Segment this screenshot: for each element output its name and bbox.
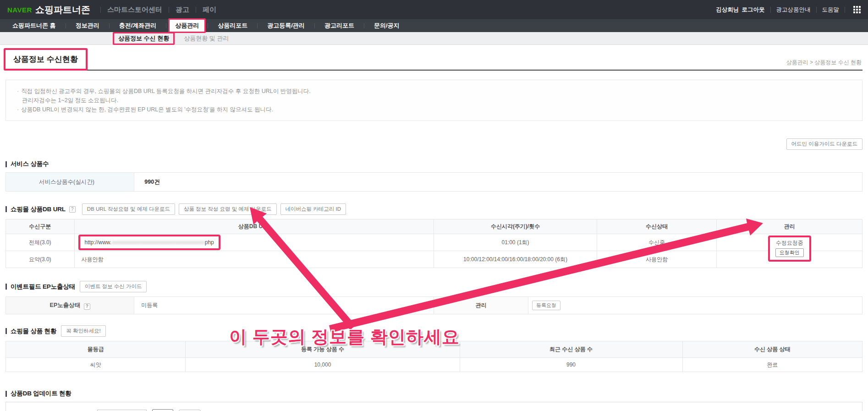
cell-db-url: http://www.xxxxxxxxxxxxxxxxxxxxxxxxxxxxx… <box>74 234 434 251</box>
today-button[interactable]: 오늘 <box>152 409 173 411</box>
section-head: 쇼핑몰 상품 현황 꼭 확인하세요! <box>5 325 863 337</box>
service-brand-name[interactable]: 쇼핑파트너존 <box>35 4 90 16</box>
section-head: 서비스 상품수 <box>5 160 863 168</box>
db-url-text: http://www.xxxxxxxxxxxxxxxxxxxxxxxxxxxxx… <box>85 239 214 246</box>
db-url-guide-download-button[interactable]: DB URL 작성요령 및 예제 다운로드 <box>82 203 175 215</box>
table-row: 요약(3.0) 사용안함 10:00/12:00/14:00/16:00/18:… <box>6 251 863 268</box>
subnav-item-receive-status[interactable]: 상품정보 수신 현황 <box>113 32 175 45</box>
ep-status-table: EP노출상태 ? 미등록 관리 등록요청 <box>5 296 863 314</box>
mall-status-table: 몰등급 등록 가능 상품 수 최근 수신 상품 수 수신 상품 상태 씨앗 10… <box>5 341 863 372</box>
table-row: 전체(3.0) http://www.xxxxxxxxxxxxxxxxxxxxx… <box>6 234 863 251</box>
admin-guide-download-button[interactable]: 어드민 이용가이드 다운로드 <box>786 138 863 150</box>
top-link-pay[interactable]: 페이 <box>203 5 216 14</box>
section-head: 쇼핑몰 상품DB URL ? DB URL 작성요령 및 예제 다운로드 상품 … <box>5 203 863 215</box>
divider <box>169 7 169 13</box>
url-redacted: xxxxxxxxxxxx <box>175 239 205 246</box>
divider <box>100 7 101 13</box>
col-header-manage: 관리 <box>717 219 863 234</box>
nav-item-charge[interactable]: 충전/계좌관리 <box>110 22 166 30</box>
top-link-smartstore[interactable]: 스마트스토어센터 <box>107 5 162 14</box>
db-url-table: 수신구분 상품DB URL 수신시각(주기)/횟수 수신상태 관리 전체(3.0… <box>5 219 863 268</box>
product-info-guide-download-button[interactable]: 상품 정보 작성 요령 및 예제 다운로드 <box>179 203 277 215</box>
section-bar <box>5 161 7 167</box>
check-required-button[interactable]: 꼭 확인하세요! <box>61 325 105 337</box>
table-row: 씨앗 10,000 990 완료 <box>6 358 863 372</box>
section-bar <box>5 284 7 290</box>
logout-link[interactable]: 로그아웃 <box>742 6 765 14</box>
cell-mall-grade: 씨앗 <box>6 358 186 372</box>
top-header: NAVER 쇼핑파트너존 스마트스토어센터 광고 페이 김상희님 로그아웃 광고… <box>0 0 868 19</box>
section-title: 이벤트필드 EP노출상태 <box>11 283 75 291</box>
section-title: 상품DB 업데이트 현황 <box>11 389 71 398</box>
event-info-guide-button[interactable]: 이벤트 정보 수신 가이드 <box>80 281 147 292</box>
bullet: · <box>17 106 19 113</box>
section-bar <box>5 328 7 334</box>
register-request-button[interactable]: 등록요청 <box>532 301 560 310</box>
page-title: 상품정보 수신현황 <box>4 48 88 71</box>
request-confirm-button[interactable]: 요청확인 <box>775 248 804 257</box>
col-header-registerable-count: 등록 가능 상품 수 <box>186 341 460 358</box>
sub-nav: 상품정보 수신 현황 상품현황 및 관리 <box>0 32 868 45</box>
nav-item-ad-register[interactable]: 광고등록/관리 <box>258 22 314 30</box>
cell-receive-time: 10:00/12:00/14:00/16:00/18:00/20:00 (6회) <box>434 251 597 268</box>
section-bar <box>5 206 7 212</box>
bullet: · <box>17 88 19 94</box>
notice-line: ·상품DB URL이 변경되지 않는 한, 검수완료된 EP URL은 별도의 … <box>17 105 851 114</box>
cell-receive-status: 사용안함 <box>597 251 717 268</box>
service-count-table: 서비스상품수(실시간) 990건 <box>5 172 863 192</box>
title-row: 상품정보 수신현황 상품관리 > 상품정보 수신 현황 <box>5 45 863 71</box>
help-icon[interactable]: ? <box>69 206 76 213</box>
subnav-item-product-status[interactable]: 상품현황 및 관리 <box>184 34 229 43</box>
section-head: 상품DB 업데이트 현황 <box>5 389 863 398</box>
cell-recent-received-count: 990 <box>460 358 682 372</box>
col-header-receive-status: 수신상태 <box>597 219 717 234</box>
col-header-receive-type: 수신구분 <box>6 219 75 234</box>
manage-status-label: 수정요청중 <box>775 239 804 247</box>
nav-item-ad-report[interactable]: 광고리포트 <box>315 22 364 30</box>
ep-status-value: 미등록 <box>134 297 434 314</box>
nav-item-product-manage[interactable]: 상품관리 <box>168 18 206 33</box>
col-header-db-url: 상품DB URL <box>74 219 434 234</box>
notice-text: 상품DB URL이 변경되지 않는 한, 검수완료된 EP URL은 별도의 '… <box>21 106 273 113</box>
main-nav: 쇼핑파트너존 홈 정보관리 충전/계좌관리 상품관리 상품리포트 광고등록/관리… <box>0 19 868 32</box>
db-url-section: 쇼핑몰 상품DB URL ? DB URL 작성요령 및 예제 다운로드 상품 … <box>5 203 863 268</box>
cell-manage: 수정요청중 요청확인 <box>717 234 863 251</box>
divider <box>816 7 817 13</box>
notice-text: 관리자검수는 1~2일 정도 소요됩니다. <box>22 97 118 104</box>
col-header-mall-grade: 몰등급 <box>6 341 186 358</box>
cell-db-url: 사용안함 <box>74 251 434 268</box>
annotation-box-url: http://www.xxxxxxxxxxxxxxxxxxxxxxxxxxxxx… <box>78 235 220 250</box>
nav-item-inquiry[interactable]: 문의/공지 <box>364 22 409 30</box>
mall-product-section: 쇼핑몰 상품 현황 꼭 확인하세요! 몰등급 등록 가능 상품 수 최근 수신 … <box>5 325 863 372</box>
top-link-ad[interactable]: 광고 <box>176 5 189 14</box>
nav-item-product-report[interactable]: 상품리포트 <box>208 22 257 30</box>
search-button[interactable]: 검색 <box>179 410 201 411</box>
url-redacted: xxxxxxxxxxx <box>111 239 139 246</box>
nav-item-info[interactable]: 정보관리 <box>66 22 109 30</box>
top-links: 스마트스토어센터 광고 페이 <box>100 5 216 14</box>
section-head: 이벤트필드 EP노출상태 이벤트 정보 수신 가이드 <box>5 281 863 292</box>
col-header-received-status: 수신 상품 상태 <box>682 341 863 358</box>
ep-status-label-text: EP노출상태 <box>50 302 81 308</box>
cell-received-status: 완료 <box>682 358 863 372</box>
ep-status-label: EP노출상태 ? <box>6 297 134 314</box>
divider <box>770 7 771 13</box>
ep-manage-cell: 등록요청 <box>528 297 863 314</box>
app-launcher-icon[interactable] <box>853 6 861 13</box>
help-icon[interactable]: ? <box>84 303 90 310</box>
user-name: 김상희님 <box>716 6 739 14</box>
table-row: 서비스상품수(실시간) 990건 <box>6 173 863 192</box>
naver-logo[interactable]: NAVER <box>7 6 32 14</box>
naver-shopping-category-id-button[interactable]: 네이버쇼핑 카테고리 ID <box>280 203 346 215</box>
nav-item-home[interactable]: 쇼핑파트너존 홈 <box>3 22 66 30</box>
cell-receive-type: 요약(3.0) <box>6 251 75 268</box>
service-count-label: 서비스상품수(실시간) <box>6 173 134 192</box>
help-link[interactable]: 도움말 <box>822 6 840 14</box>
section-title: 쇼핑몰 상품 현황 <box>11 327 56 335</box>
divider <box>845 7 845 13</box>
cell-receive-type: 전체(3.0) <box>6 234 75 251</box>
notice-line: 관리자검수는 1~2일 정도 소요됩니다. <box>17 96 851 105</box>
divider <box>166 23 166 28</box>
ad-product-guide-link[interactable]: 광고상품안내 <box>776 6 811 14</box>
section-title: 쇼핑몰 상품DB URL <box>11 205 66 214</box>
